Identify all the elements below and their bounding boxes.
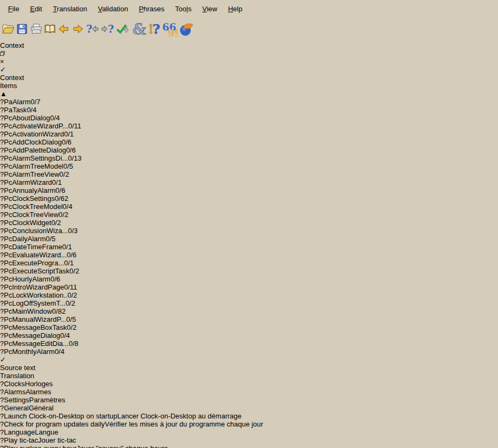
next-unfinished-button[interactable]: ? bbox=[100, 21, 115, 38]
context-row[interactable]: ?PcConclusionWiza...0/3 bbox=[0, 227, 498, 235]
message-source-text: Launch Clock-on-Desktop on startup bbox=[4, 412, 117, 420]
context-list: ?PaAlarm0/7?PaTask0/4?PcAboutDialog0/4?P… bbox=[0, 98, 498, 356]
context-row[interactable]: ?PcAddPaletteDialog0/6 bbox=[0, 146, 498, 154]
context-name: PcExecuteProgra... bbox=[4, 259, 64, 267]
context-name: PcClockWidget bbox=[4, 219, 51, 227]
context-row[interactable]: ?PcLogOffSystemT...0/2 bbox=[0, 299, 498, 307]
context-row[interactable]: ?PcExecuteScriptTask0/2 bbox=[0, 267, 498, 275]
context-row[interactable]: ?PcActivationWizard0/1 bbox=[0, 130, 498, 138]
context-row[interactable]: ?PcClockWidget0/2 bbox=[0, 219, 498, 227]
message-row[interactable]: ?GeneralGénéral bbox=[0, 404, 498, 412]
save-button[interactable] bbox=[15, 22, 29, 38]
toolbar: ? ? & ! ? bbox=[0, 18, 498, 41]
context-row[interactable]: ?PcAlarmTreeModel0/5 bbox=[0, 162, 498, 170]
context-name: PaAlarm bbox=[4, 98, 31, 106]
context-row[interactable]: ?PaTask0/4 bbox=[0, 106, 498, 114]
check-icon: ✓ bbox=[0, 66, 6, 74]
context-row[interactable]: ?PaAlarm0/7 bbox=[0, 98, 498, 106]
menu-file[interactable]: File bbox=[3, 3, 24, 15]
context-name: PcAlarmWizard bbox=[4, 178, 52, 186]
context-row[interactable]: ?PcLockWorkstation..0/2 bbox=[0, 291, 498, 299]
context-items-count: 0/4 bbox=[55, 348, 64, 356]
context-items-count: 0/6 bbox=[62, 138, 71, 146]
context-name: PcActivationWizard bbox=[4, 130, 64, 138]
done-next-icon bbox=[115, 21, 130, 37]
message-row[interactable]: ?Launch Clock-on-Desktop on startupLance… bbox=[0, 412, 498, 420]
message-translation-text: Paramètres bbox=[29, 396, 65, 404]
message-row[interactable]: ?Check for program updates dailyVérifier… bbox=[0, 420, 498, 428]
context-row[interactable]: ?PcAlarmSettingsDi...0/13 bbox=[0, 154, 498, 162]
context-row[interactable]: ?PcAlarmTreeView0/2 bbox=[0, 170, 498, 178]
prev-unfinished-icon: ? bbox=[85, 21, 100, 37]
menu-validation[interactable]: Validation bbox=[93, 3, 133, 15]
context-name: PcAddClockDialog bbox=[4, 138, 62, 146]
context-row[interactable]: ?PcActivateWizardP...0/11 bbox=[0, 122, 498, 130]
context-row[interactable]: ?PcMainWindow0/82 bbox=[0, 307, 498, 315]
context-name: PcMainWindow bbox=[4, 307, 52, 315]
menu-translation[interactable]: Translation bbox=[48, 3, 92, 15]
context-row[interactable]: ?PcEvaluateWizard...0/6 bbox=[0, 251, 498, 259]
toggle-accelerators-button[interactable]: & bbox=[130, 21, 146, 39]
context-row[interactable]: ?PcClockTreeModel0/4 bbox=[0, 203, 498, 211]
phrasebook-button[interactable] bbox=[43, 22, 57, 38]
dock-close-button[interactable]: × bbox=[0, 57, 498, 66]
context-row[interactable]: ?PcAboutDialog0/4 bbox=[0, 114, 498, 122]
message-row[interactable]: ?ClocksHorloges bbox=[0, 380, 498, 388]
context-items-count: 0/6 bbox=[55, 186, 65, 194]
header-check-column[interactable]: ✓ bbox=[0, 356, 498, 364]
context-row[interactable]: ?PcDateTimeFrame0/1 bbox=[0, 243, 498, 251]
context-items-count: 0/62 bbox=[55, 194, 68, 203]
context-dock-titlebar[interactable]: Context × bbox=[0, 41, 498, 66]
print-button[interactable] bbox=[29, 22, 43, 38]
context-row[interactable]: ?PcExecuteProgra...0/1 bbox=[0, 259, 498, 267]
context-row[interactable]: ?PcMessageEditDia...0/8 bbox=[0, 339, 498, 348]
message-row[interactable]: ?Play cuckoo every hourJouer "coucou" ch… bbox=[0, 444, 498, 448]
menu-tools[interactable]: Tools bbox=[170, 3, 196, 15]
svg-text:&: & bbox=[133, 21, 146, 37]
close-icon: × bbox=[0, 57, 4, 66]
context-row[interactable]: ?PcAnnualyAlarm0/6 bbox=[0, 186, 498, 194]
context-row[interactable]: ?PcHourlyAlarm0/6 bbox=[0, 275, 498, 283]
dock-float-button[interactable] bbox=[0, 49, 498, 57]
context-items-count: 0/2 bbox=[66, 299, 75, 307]
context-row[interactable]: ?PcIntroWizardPage0/11 bbox=[0, 283, 498, 291]
message-row[interactable]: ?AlarmsAlarmes bbox=[0, 388, 498, 396]
header-check-column[interactable]: ✓ bbox=[0, 66, 498, 74]
done-and-next-button[interactable] bbox=[115, 21, 130, 38]
context-items-count: 0/7 bbox=[31, 98, 40, 106]
previous-unfinished-button[interactable]: ? bbox=[85, 21, 100, 38]
context-row[interactable]: ?PcClockSettings0/62 bbox=[0, 194, 498, 203]
previous-button[interactable] bbox=[57, 22, 71, 38]
context-row[interactable]: ?PcClockTreeView0/2 bbox=[0, 211, 498, 219]
menu-edit[interactable]: Edit bbox=[25, 3, 47, 15]
header-items-column[interactable]: Items bbox=[0, 82, 498, 90]
header-context-column[interactable]: Context bbox=[0, 74, 498, 82]
menu-phrases[interactable]: Phrases bbox=[134, 3, 169, 15]
scroll-up-button[interactable]: ▲ bbox=[0, 90, 498, 98]
menu-help[interactable]: Help bbox=[223, 3, 247, 15]
menu-view[interactable]: View bbox=[197, 3, 222, 15]
dock-title-label: Context bbox=[0, 41, 24, 49]
toggle-phrase-matches-button[interactable]: 66 99 bbox=[162, 21, 178, 39]
message-row[interactable]: ?LanguageLangue bbox=[0, 428, 498, 436]
context-row[interactable]: ?PcAddClockDialog0/6 bbox=[0, 138, 498, 146]
message-row[interactable]: ?Play tic-tacJouer tic-tac bbox=[0, 436, 498, 444]
context-row[interactable]: ?PcManualWizardP...0/5 bbox=[0, 315, 498, 323]
prev-arrow-icon bbox=[57, 22, 71, 36]
context-row[interactable]: ?PcMonthlyAlarm0/4 bbox=[0, 348, 498, 356]
open-button[interactable] bbox=[1, 22, 15, 38]
context-row[interactable]: ?PcDailyAlarm0/5 bbox=[0, 235, 498, 243]
message-row[interactable]: ?SettingsParamètres bbox=[0, 396, 498, 404]
context-row[interactable]: ?PcMessageDialog0/4 bbox=[0, 331, 498, 339]
header-source-column[interactable]: Source text bbox=[0, 364, 498, 372]
context-row[interactable]: ?PcAlarmWizard0/1 bbox=[0, 178, 498, 186]
message-translation-text: Horloges bbox=[25, 380, 53, 388]
toggle-ending-punctuation-button[interactable]: ! ? bbox=[146, 21, 162, 39]
next-button[interactable] bbox=[71, 22, 85, 38]
context-name: PcHourlyAlarm bbox=[4, 275, 50, 283]
toggle-place-markers-button[interactable] bbox=[178, 21, 194, 39]
dock-title-row: Context × bbox=[0, 41, 498, 66]
context-row[interactable]: ?PcMessageBoxTask0/2 bbox=[0, 323, 498, 331]
header-translation-column[interactable]: Translation bbox=[0, 372, 498, 380]
messages-panel: ✓ Source text Translation ?ClocksHorloge… bbox=[0, 356, 498, 448]
